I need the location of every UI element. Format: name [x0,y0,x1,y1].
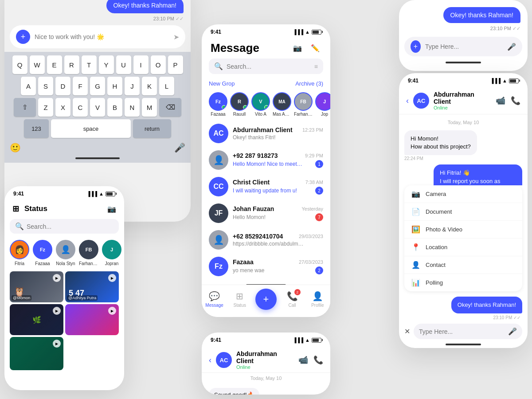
video-thumb-4[interactable]: ▶ [65,304,119,335]
nav-fab-button[interactable]: + [255,289,277,310]
msg-story-jop[interactable]: J Jop [315,92,330,117]
bottom-chat-back-button[interactable]: ‹ [209,356,211,365]
key-return[interactable]: return [133,119,171,138]
nav-status[interactable]: ⊞ Status [230,291,250,308]
key-backspace[interactable]: ⌫ [159,98,181,117]
nav-message[interactable]: 💬 Message [205,291,224,308]
message-search-input[interactable] [227,63,311,70]
msg-story-vito[interactable]: V Vito A [251,92,270,117]
key-n[interactable]: N [125,98,140,117]
status-search-bar[interactable]: 🔍 [10,219,119,234]
story-item-fitria[interactable]: 👩 Fitria [10,240,29,266]
key-z[interactable]: Z [38,98,53,117]
story-item-jopran[interactable]: J Jopran [102,240,121,266]
attach-polling[interactable]: 📊 Polling [404,274,522,291]
edit-icon-msg[interactable]: ✏️ [309,42,321,55]
chat-detail-input-row[interactable]: 🎤 [414,324,522,339]
msg-story-fazaaa[interactable]: Fz Fazaaa [209,92,227,117]
attach-photo-video[interactable]: 🖼️ Photo & Video [404,221,522,239]
key-k[interactable]: K [142,77,157,95]
key-space[interactable]: space [51,119,131,138]
chat-time-christ: 7:38 AM [305,180,323,185]
back-button[interactable]: ‹ [406,96,409,106]
key-123[interactable]: 123 [24,119,49,138]
chat-item-christ[interactable]: CC Christ Client 7:38 AM I will waiting … [202,173,330,200]
key-f[interactable]: F [73,77,88,95]
video-thumb-2[interactable]: ▶ @Adhitya Putra 5 47 [65,271,119,302]
key-shift[interactable]: ⇧ [14,98,36,117]
key-t[interactable]: T [82,55,97,74]
key-g[interactable]: G [90,77,105,95]
chat-detail-text-input[interactable] [419,328,505,335]
nav-profile[interactable]: 👤 Profile [308,291,327,308]
story-item-fazaaa[interactable]: Fz Fazaaa [33,240,52,266]
chat-item-abdurrahman[interactable]: AC Abdurrahman Client 12:23 PM Okey! tha… [202,120,330,147]
key-o[interactable]: O [151,55,166,74]
keyboard-text-input[interactable] [35,33,169,40]
video-call-icon[interactable]: 📹 [496,96,505,106]
msg-story-masadhit[interactable]: MA Mas Adhit [273,92,291,117]
top-right-input[interactable] [425,43,503,50]
key-r[interactable]: R [64,55,79,74]
camera-icon-status[interactable]: 📷 [107,205,116,213]
keyboard-attach-button[interactable]: + [16,30,30,44]
key-d[interactable]: D [55,77,70,95]
emoji-icon[interactable]: 🙂 [10,142,21,153]
msg-story-rauull[interactable]: R Rauull [230,92,249,117]
key-l[interactable]: L [159,77,174,95]
status-search-input[interactable] [27,223,113,230]
attach-camera[interactable]: 📷 Camera [404,185,522,203]
filter-icon-msg[interactable]: ≡ [314,63,318,70]
video-thumb-1[interactable]: ▶ @Momon 🦉 [10,271,63,302]
keyboard-send-icon[interactable]: ➤ [173,33,179,41]
bottom-video-call-icon[interactable]: 📹 [298,355,308,365]
nav-message-icon: 💬 [209,291,220,301]
key-j[interactable]: J [125,77,140,95]
attach-document[interactable]: 📄 Document [404,203,522,221]
key-v[interactable]: V [90,98,105,117]
attach-contact[interactable]: 👤 Contact [404,256,522,274]
key-q[interactable]: Q [12,55,27,74]
story-avatar-fazaaa: Fz [33,240,52,259]
bottom-chat-status-icons: ▐▐▐ ▲ [293,337,321,343]
grid-icon[interactable]: ⊞ [12,204,19,214]
chat-item-phone2[interactable]: 👤 +62 85292410704 29/03/2023 https://dri… [202,227,330,253]
voice-call-icon[interactable]: 📞 [511,96,520,106]
key-c[interactable]: C [73,98,88,117]
chat-item-phone1[interactable]: 👤 +92 287 918273 9:29 PM Hello Momon! Ni… [202,147,330,173]
key-w[interactable]: W [30,55,45,74]
key-x[interactable]: X [55,98,70,117]
chat-item-johan[interactable]: JF Johan Fauzan Yesterday Hello Momon! 7 [202,200,330,227]
story-item-nola[interactable]: 👤 Nola Styn [56,240,75,266]
archive-button[interactable]: Archive (3) [295,80,323,87]
keyboard-chat-area: Okey! thanks Rahman! [4,0,191,15]
msg-story-name-rauull: Rauull [233,112,246,117]
chat-detail-mic-icon[interactable]: 🎤 [508,327,517,336]
new-group-button[interactable]: New Grop [209,80,235,87]
key-h[interactable]: H [107,77,122,95]
bottom-voice-call-icon[interactable]: 📞 [313,355,323,365]
video-thumb-3[interactable]: ▶ 🌿 [10,304,63,335]
video-thumb-5[interactable]: ▶ [10,337,63,370]
close-attach-button[interactable]: ✕ [404,327,410,336]
key-a[interactable]: A [21,77,36,95]
key-m[interactable]: M [142,98,157,117]
key-s[interactable]: S [38,77,53,95]
top-right-attach-button[interactable]: + [411,40,421,53]
key-e[interactable]: E [47,55,62,74]
key-p[interactable]: P [168,55,183,74]
key-y[interactable]: Y [99,55,114,74]
attach-location[interactable]: 📍 Location [404,239,522,256]
key-b[interactable]: B [107,98,122,117]
msg-story-farhanbaqs[interactable]: FB Farhan Baqs [294,92,313,117]
story-item-farhan[interactable]: FB Farhan Baqs [79,240,98,266]
camera-icon-msg[interactable]: 📷 [291,42,304,55]
message-search-bar[interactable]: 🔍 ≡ [209,59,323,74]
key-u[interactable]: U [116,55,131,74]
nav-call[interactable]: 📞 2 Call [282,291,302,308]
chat-item-fazaaa[interactable]: Fz Fazaaa 27/03/2023 yo mene wae 2 [202,253,330,280]
key-i[interactable]: I [133,55,149,74]
top-right-mic-icon[interactable]: 🎤 [507,43,516,51]
attach-document-label: Document [426,208,452,215]
kb-mic-icon[interactable]: 🎤 [174,142,185,153]
